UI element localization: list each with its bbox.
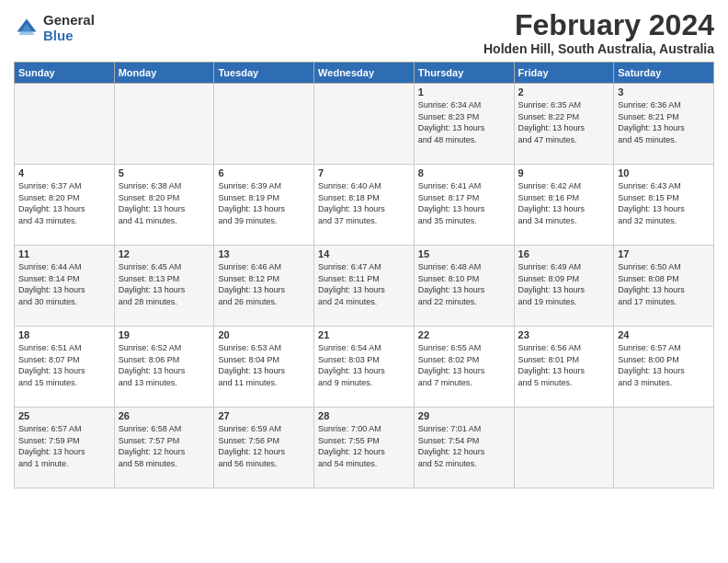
day-cell: 27Sunrise: 6:59 AM Sunset: 7:56 PM Dayli…	[214, 408, 314, 488]
day-cell: 7Sunrise: 6:40 AM Sunset: 8:18 PM Daylig…	[314, 165, 415, 246]
day-cell: 6Sunrise: 6:39 AM Sunset: 8:19 PM Daylig…	[214, 165, 314, 246]
day-cell	[214, 84, 314, 165]
day-info: Sunrise: 6:59 AM Sunset: 7:56 PM Dayligh…	[218, 423, 310, 469]
day-number: 23	[518, 329, 610, 340]
col-header-friday: Friday	[514, 63, 614, 84]
day-cell: 29Sunrise: 7:01 AM Sunset: 7:54 PM Dayli…	[414, 408, 514, 488]
day-number: 16	[518, 248, 610, 259]
day-info: Sunrise: 6:43 AM Sunset: 8:15 PM Dayligh…	[618, 180, 710, 226]
logo-text: General Blue	[43, 13, 95, 43]
col-header-tuesday: Tuesday	[214, 63, 314, 84]
day-number: 18	[18, 329, 110, 340]
day-number: 19	[119, 329, 210, 340]
day-cell: 15Sunrise: 6:48 AM Sunset: 8:10 PM Dayli…	[414, 246, 514, 327]
month-title: February 2024	[483, 9, 714, 41]
week-row-0: 1Sunrise: 6:34 AM Sunset: 8:23 PM Daylig…	[15, 84, 714, 165]
day-info: Sunrise: 6:55 AM Sunset: 8:02 PM Dayligh…	[418, 342, 510, 388]
day-cell: 11Sunrise: 6:44 AM Sunset: 8:14 PM Dayli…	[15, 246, 115, 327]
day-number: 7	[318, 167, 410, 178]
day-number: 14	[318, 248, 410, 259]
day-info: Sunrise: 6:57 AM Sunset: 7:59 PM Dayligh…	[18, 423, 110, 469]
day-info: Sunrise: 6:56 AM Sunset: 8:01 PM Dayligh…	[518, 342, 610, 388]
day-number: 9	[518, 167, 610, 178]
day-info: Sunrise: 6:44 AM Sunset: 8:14 PM Dayligh…	[18, 261, 110, 307]
day-number: 2	[518, 86, 610, 98]
day-number: 27	[218, 410, 310, 421]
day-info: Sunrise: 6:39 AM Sunset: 8:19 PM Dayligh…	[218, 180, 310, 226]
day-cell: 17Sunrise: 6:50 AM Sunset: 8:08 PM Dayli…	[614, 246, 714, 327]
day-number: 12	[119, 248, 210, 259]
day-number: 25	[18, 410, 110, 421]
day-info: Sunrise: 6:58 AM Sunset: 7:57 PM Dayligh…	[119, 423, 210, 469]
day-info: Sunrise: 6:41 AM Sunset: 8:17 PM Dayligh…	[418, 180, 510, 226]
day-cell: 10Sunrise: 6:43 AM Sunset: 8:15 PM Dayli…	[614, 165, 714, 246]
day-number: 22	[418, 329, 510, 340]
logo: General Blue	[14, 13, 95, 43]
day-cell: 1Sunrise: 6:34 AM Sunset: 8:23 PM Daylig…	[414, 84, 514, 165]
day-number: 5	[119, 167, 210, 178]
week-row-4: 25Sunrise: 6:57 AM Sunset: 7:59 PM Dayli…	[15, 408, 714, 488]
week-row-3: 18Sunrise: 6:51 AM Sunset: 8:07 PM Dayli…	[15, 327, 714, 408]
day-cell	[514, 408, 614, 488]
day-info: Sunrise: 6:53 AM Sunset: 8:04 PM Dayligh…	[218, 342, 310, 388]
day-number: 20	[218, 329, 310, 340]
day-number: 24	[618, 329, 710, 340]
day-cell: 21Sunrise: 6:54 AM Sunset: 8:03 PM Dayli…	[314, 327, 415, 408]
day-cell: 3Sunrise: 6:36 AM Sunset: 8:21 PM Daylig…	[614, 84, 714, 165]
day-cell: 26Sunrise: 6:58 AM Sunset: 7:57 PM Dayli…	[114, 408, 214, 488]
day-info: Sunrise: 6:49 AM Sunset: 8:09 PM Dayligh…	[518, 261, 610, 307]
day-info: Sunrise: 7:01 AM Sunset: 7:54 PM Dayligh…	[418, 423, 510, 469]
day-cell: 13Sunrise: 6:46 AM Sunset: 8:12 PM Dayli…	[214, 246, 314, 327]
col-header-sunday: Sunday	[15, 63, 115, 84]
day-info: Sunrise: 6:52 AM Sunset: 8:06 PM Dayligh…	[119, 342, 210, 388]
day-info: Sunrise: 6:47 AM Sunset: 8:11 PM Dayligh…	[318, 261, 410, 307]
day-cell: 24Sunrise: 6:57 AM Sunset: 8:00 PM Dayli…	[614, 327, 714, 408]
header: General Blue February 2024 Holden Hill, …	[14, 9, 714, 56]
day-cell: 28Sunrise: 7:00 AM Sunset: 7:55 PM Dayli…	[314, 408, 415, 488]
day-cell: 19Sunrise: 6:52 AM Sunset: 8:06 PM Dayli…	[114, 327, 214, 408]
day-info: Sunrise: 6:45 AM Sunset: 8:13 PM Dayligh…	[119, 261, 210, 307]
week-row-1: 4Sunrise: 6:37 AM Sunset: 8:20 PM Daylig…	[15, 165, 714, 246]
header-row: SundayMondayTuesdayWednesdayThursdayFrid…	[15, 63, 714, 84]
page: General Blue February 2024 Holden Hill, …	[0, 0, 728, 563]
calendar-table: SundayMondayTuesdayWednesdayThursdayFrid…	[14, 62, 714, 488]
day-number: 6	[218, 167, 310, 178]
day-info: Sunrise: 6:54 AM Sunset: 8:03 PM Dayligh…	[318, 342, 410, 388]
day-cell: 12Sunrise: 6:45 AM Sunset: 8:13 PM Dayli…	[114, 246, 214, 327]
location: Holden Hill, South Australia, Australia	[483, 41, 714, 56]
logo-general: General	[43, 13, 95, 29]
day-cell: 9Sunrise: 6:42 AM Sunset: 8:16 PM Daylig…	[514, 165, 614, 246]
day-cell: 5Sunrise: 6:38 AM Sunset: 8:20 PM Daylig…	[114, 165, 214, 246]
col-header-saturday: Saturday	[614, 63, 714, 84]
day-cell	[15, 84, 115, 165]
day-info: Sunrise: 6:38 AM Sunset: 8:20 PM Dayligh…	[119, 180, 210, 226]
day-cell	[114, 84, 214, 165]
day-number: 1	[418, 86, 510, 98]
title-block: February 2024 Holden Hill, South Austral…	[483, 9, 714, 56]
logo-blue: Blue	[43, 29, 95, 44]
day-info: Sunrise: 6:37 AM Sunset: 8:20 PM Dayligh…	[18, 180, 110, 226]
day-info: Sunrise: 6:48 AM Sunset: 8:10 PM Dayligh…	[418, 261, 510, 307]
day-cell: 23Sunrise: 6:56 AM Sunset: 8:01 PM Dayli…	[514, 327, 614, 408]
day-cell: 14Sunrise: 6:47 AM Sunset: 8:11 PM Dayli…	[314, 246, 415, 327]
day-info: Sunrise: 6:34 AM Sunset: 8:23 PM Dayligh…	[418, 99, 510, 145]
day-number: 15	[418, 248, 510, 259]
day-cell: 22Sunrise: 6:55 AM Sunset: 8:02 PM Dayli…	[414, 327, 514, 408]
day-info: Sunrise: 6:42 AM Sunset: 8:16 PM Dayligh…	[518, 180, 610, 226]
col-header-wednesday: Wednesday	[314, 63, 415, 84]
day-cell: 20Sunrise: 6:53 AM Sunset: 8:04 PM Dayli…	[214, 327, 314, 408]
day-number: 26	[119, 410, 210, 421]
day-cell: 8Sunrise: 6:41 AM Sunset: 8:17 PM Daylig…	[414, 165, 514, 246]
day-info: Sunrise: 6:36 AM Sunset: 8:21 PM Dayligh…	[618, 99, 710, 145]
day-cell: 2Sunrise: 6:35 AM Sunset: 8:22 PM Daylig…	[514, 84, 614, 165]
day-cell	[314, 84, 415, 165]
day-info: Sunrise: 6:50 AM Sunset: 8:08 PM Dayligh…	[618, 261, 710, 307]
day-cell: 16Sunrise: 6:49 AM Sunset: 8:09 PM Dayli…	[514, 246, 614, 327]
day-info: Sunrise: 6:51 AM Sunset: 8:07 PM Dayligh…	[18, 342, 110, 388]
day-cell	[614, 408, 714, 488]
day-cell: 4Sunrise: 6:37 AM Sunset: 8:20 PM Daylig…	[15, 165, 115, 246]
day-number: 17	[618, 248, 710, 259]
col-header-monday: Monday	[114, 63, 214, 84]
day-info: Sunrise: 7:00 AM Sunset: 7:55 PM Dayligh…	[318, 423, 410, 469]
day-info: Sunrise: 6:35 AM Sunset: 8:22 PM Dayligh…	[518, 99, 610, 145]
